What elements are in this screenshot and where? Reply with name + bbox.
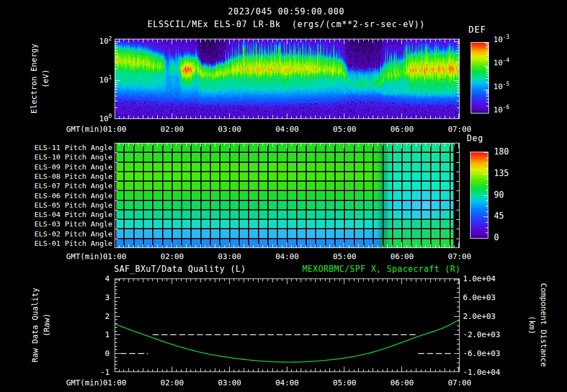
x-tick-label: 05:00: [328, 252, 361, 261]
quality-distance-plot-canvas: [115, 278, 460, 372]
def-tick-label: 10-6: [493, 105, 509, 114]
raw-quality-tick-label: 4: [83, 274, 110, 283]
distance-tick-label: 2.0e+03: [463, 312, 511, 321]
timeseries-left-title: SAF_BXuT/Data Quality (L): [114, 264, 246, 274]
x-tick-label: 07:00: [443, 125, 476, 133]
pitch-angle-grid-canvas: [115, 143, 460, 248]
raw-quality-tick-label: 2: [83, 312, 110, 321]
def-colorbar: [470, 42, 492, 114]
gmt-axis-label: GMT(min): [59, 125, 104, 133]
deg-tick-label: 0: [494, 233, 499, 242]
pitch-row-label: ELS-10 Pitch Angle: [22, 153, 112, 161]
pitch-row-label: ELS-08 Pitch Angle: [22, 172, 112, 180]
energy-tick-label: 100: [93, 114, 112, 123]
distance-tick-label: -6.0e+03: [463, 349, 511, 358]
def-colorbar-title: DEF: [468, 24, 486, 35]
x-tick-label: 06:00: [385, 378, 419, 387]
energy-tick-label: 102: [93, 37, 112, 45]
electron-energy-axis-label: Electron Energy(eV): [28, 44, 51, 114]
x-tick-label: 02:00: [156, 378, 189, 387]
x-tick-label: 03:00: [213, 378, 246, 387]
def-tick-label: 10-3: [493, 35, 509, 44]
deg-tick-label: 135: [494, 169, 509, 178]
x-tick-label: 01:00: [98, 252, 131, 261]
def-tick-label: 10-4: [493, 58, 509, 67]
pitch-row-label: ELS-01 Pitch Angle: [22, 239, 112, 247]
x-tick-label: 07:00: [443, 378, 476, 387]
x-tick-label: 07:00: [443, 252, 476, 261]
deg-colorbar-title: Deg: [467, 133, 483, 143]
distance-tick-label: 6.0e+03: [463, 293, 511, 302]
gmt-axis-label: GMT(min): [59, 378, 104, 387]
pitch-row-label: ELS-04 Pitch Angle: [22, 210, 112, 219]
x-tick-label: 05:00: [328, 125, 361, 133]
pitch-row-label: ELS-05 Pitch Angle: [22, 201, 112, 209]
electron-energy-spectrogram-canvas: [115, 39, 460, 119]
x-tick-label: 06:00: [385, 252, 419, 261]
x-tick-label: 05:00: [328, 378, 361, 387]
x-tick-label: 06:00: [385, 125, 419, 133]
pitch-row-label: ELS-03 Pitch Angle: [22, 220, 112, 228]
axis-label-line: Component Distance: [538, 283, 549, 367]
distance-tick-label: 1.0e+04: [463, 274, 511, 283]
gmt-axis-label: GMT(min): [59, 252, 104, 261]
deg-colorbar: [470, 151, 492, 240]
x-tick-label: 04:00: [271, 252, 304, 261]
raw-quality-tick-label: -1: [83, 368, 110, 376]
distance-tick-label: -2.0e+03: [463, 330, 511, 339]
deg-tick-label: 45: [494, 212, 504, 220]
pitch-row-label: ELS-11 Pitch Angle: [22, 143, 112, 152]
axis-label-line: (km): [526, 283, 538, 367]
axis-label-line: (Raw): [41, 288, 53, 363]
deg-tick-label: 90: [494, 190, 504, 199]
pitch-row-label: ELS-02 Pitch Angle: [22, 230, 112, 238]
raw-quality-tick-label: 1: [83, 330, 110, 339]
x-tick-label: 04:00: [271, 378, 304, 387]
x-tick-label: 03:00: [213, 125, 246, 133]
deg-tick-label: 180: [494, 147, 509, 156]
spectrogram-viewer: 2023/045 00:59:00.000 ELSSCIL/MEx ELS-07…: [0, 0, 567, 392]
component-distance-axis-label: Component Distance(km): [526, 283, 549, 367]
energy-tick-label: 101: [93, 75, 112, 84]
distance-tick-label: -1.0e+04: [463, 368, 511, 376]
x-tick-label: 04:00: [271, 125, 304, 133]
axis-label-line: Raw Data Quality: [29, 288, 41, 363]
date-title: 2023/045 00:59:00.000: [114, 7, 459, 17]
x-tick-label: 01:00: [98, 125, 131, 133]
instrument-title: ELSSCIL/MEx ELS-07 LR-Bk (ergs/(cm**2-sr…: [114, 19, 459, 29]
pitch-row-label: ELS-09 Pitch Angle: [22, 163, 112, 171]
pitch-row-label: ELS-07 Pitch Angle: [22, 182, 112, 190]
x-tick-label: 02:00: [156, 252, 189, 261]
pitch-row-label: ELS-06 Pitch Angle: [22, 192, 112, 200]
axis-label-line: Electron Energy: [28, 44, 40, 114]
x-tick-label: 03:00: [213, 252, 246, 261]
axis-label-line: (eV): [40, 44, 51, 114]
timeseries-right-title: MEXORBMC/SPF X, Spacecraft (R): [277, 264, 461, 274]
raw-quality-tick-label: 3: [83, 293, 110, 302]
raw-data-quality-axis-label: Raw Data Quality(Raw): [29, 288, 53, 363]
x-tick-label: 01:00: [98, 378, 131, 387]
def-tick-label: 10-5: [493, 82, 509, 91]
x-tick-label: 02:00: [156, 125, 189, 133]
raw-quality-tick-label: 0: [83, 349, 110, 358]
